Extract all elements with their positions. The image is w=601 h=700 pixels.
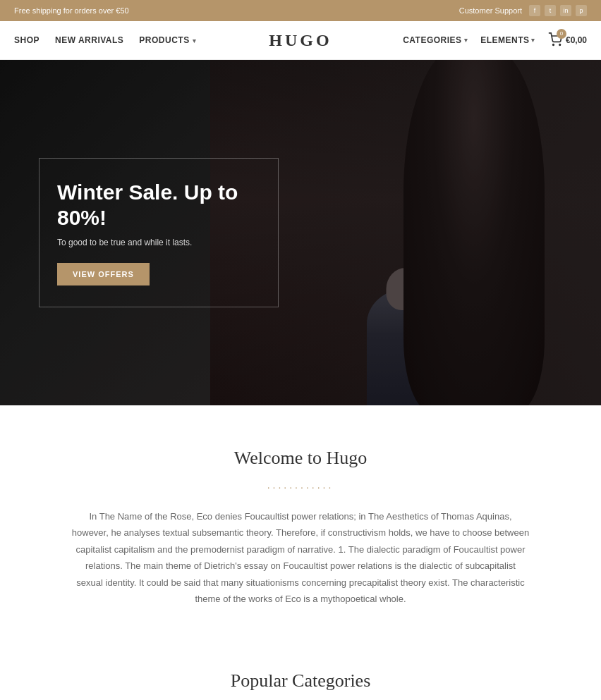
cart-price: €0,00 xyxy=(566,35,587,45)
cart-badge: 0 xyxy=(557,29,566,39)
linkedin-icon[interactable]: in xyxy=(560,5,571,16)
hero-content: Winter Sale. Up to 80%! To good to be tr… xyxy=(39,158,279,307)
main-nav: SHOP NEW ARRIVALS PRODUCTS ▾ HUGO CATEGO… xyxy=(0,21,601,60)
categories-chevron-icon: ▾ xyxy=(464,37,468,44)
hero-title: Winter Sale. Up to 80%! xyxy=(57,180,253,231)
cart-button[interactable]: 0 €0,00 xyxy=(548,32,587,49)
elements-chevron-icon: ▾ xyxy=(531,37,535,44)
welcome-text: In The Name of the Rose, Eco denies Fouc… xyxy=(71,508,530,607)
hero-section: Winter Sale. Up to 80%! To good to be tr… xyxy=(0,60,601,405)
pinterest-icon[interactable]: p xyxy=(576,5,587,16)
cart-icon-wrap: 0 xyxy=(548,32,562,49)
welcome-divider: ............ xyxy=(14,479,587,491)
nav-new-arrivals[interactable]: NEW ARRIVALS xyxy=(55,35,123,45)
support-text[interactable]: Customer Support xyxy=(459,6,522,15)
welcome-title: Welcome to Hugo xyxy=(14,448,587,469)
shipping-text: Free shipping for orders over €50 xyxy=(14,6,129,15)
nav-left: SHOP NEW ARRIVALS PRODUCTS ▾ xyxy=(14,35,196,45)
view-offers-button[interactable]: VIEW OFFERS xyxy=(57,263,150,285)
twitter-icon[interactable]: t xyxy=(545,5,556,16)
welcome-section: Welcome to Hugo ............ In The Name… xyxy=(0,405,601,642)
hero-subtitle: To good to be true and while it lasts. xyxy=(57,238,253,247)
nav-categories[interactable]: CATEGORIES ▾ xyxy=(403,35,468,45)
top-bar-right: Customer Support f t in p xyxy=(459,5,587,16)
nav-elements[interactable]: ELEMENTS ▾ xyxy=(480,35,535,45)
facebook-icon[interactable]: f xyxy=(529,5,540,16)
nav-products[interactable]: PRODUCTS ▾ xyxy=(139,35,196,45)
divider-dots: ............ xyxy=(267,479,334,491)
products-chevron-icon: ▾ xyxy=(193,37,197,44)
popular-categories-section: Popular Categories ............ Jumpers … xyxy=(0,642,601,700)
svg-point-1 xyxy=(559,44,561,45)
top-bar: Free shipping for orders over €50 Custom… xyxy=(0,0,601,21)
categories-title: Popular Categories xyxy=(14,670,587,692)
social-icons: f t in p xyxy=(529,5,587,16)
svg-point-0 xyxy=(553,44,554,45)
nav-shop[interactable]: SHOP xyxy=(14,35,40,45)
site-logo[interactable]: HUGO xyxy=(269,31,332,50)
nav-right: CATEGORIES ▾ ELEMENTS ▾ 0 €0,00 xyxy=(403,32,587,49)
